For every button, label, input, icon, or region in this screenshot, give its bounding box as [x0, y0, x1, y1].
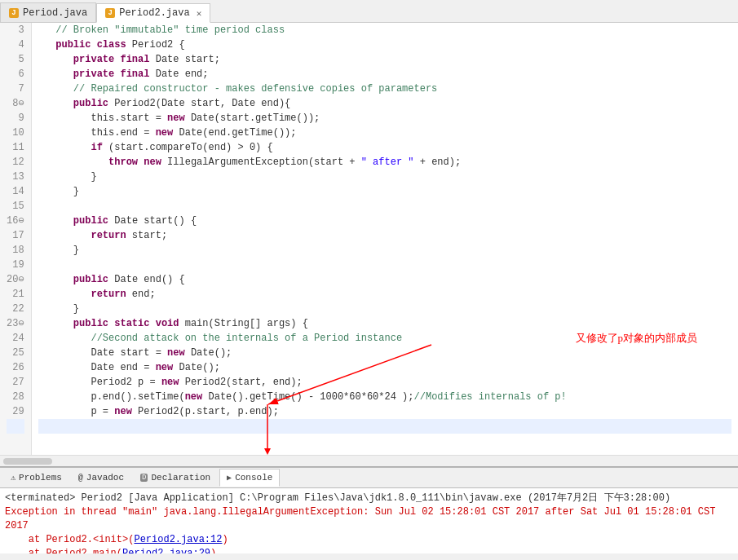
code-line-7: // Repaired constructor - makes defensiv…: [38, 82, 731, 96]
annotation-text: 又修改了p对象的内部成员: [576, 331, 698, 346]
code-line-28: p.end().setTime(new Date().getTime() - 1…: [38, 390, 731, 404]
javadoc-label: Javadoc: [86, 473, 124, 483]
console-label: Console: [235, 473, 272, 483]
console-area: <terminated> Period2 [Java Application] …: [0, 488, 738, 553]
bottom-panel: ⚠ Problems @ Javadoc D Declaration ▶ Con…: [0, 466, 738, 553]
horizontal-scrollbar[interactable]: [0, 455, 738, 466]
tab-javadoc[interactable]: @ Javadoc: [71, 469, 131, 487]
console-terminated: <terminated> Period2 [Java Application] …: [5, 492, 733, 505]
tab-problems[interactable]: ⚠ Problems: [3, 469, 69, 487]
tab-period2-java[interactable]: J Period2.java ✕: [96, 3, 210, 23]
code-line-31: [38, 434, 731, 448]
code-line-25: Date start = new Date();: [38, 346, 731, 360]
code-line-22: }: [38, 302, 731, 316]
code-line-26: Date end = new Date();: [38, 360, 731, 375]
editor-area: 3 4 5 6 7 8⊖ 9 10 11 12 13 14 15 16⊖ 17 …: [0, 23, 738, 455]
code-line-15: [38, 199, 731, 214]
code-line-10: this.end = new Date(end.getTime());: [38, 126, 731, 140]
problems-icon: ⚠: [11, 473, 15, 483]
code-line-9: this.start = new Date(start.getTime());: [38, 111, 731, 126]
code-line-12: throw new IllegalArgumentException(start…: [38, 155, 731, 170]
code-line-11: if (start.compareTo(end) > 0) {: [38, 140, 731, 155]
code-line-20: public Date end() {: [38, 272, 731, 287]
tab-close-icon[interactable]: ✕: [197, 8, 202, 19]
code-line-16: public Date start() {: [38, 214, 731, 228]
tab-console[interactable]: ▶ Console: [219, 469, 280, 487]
console-error-3: at Period2.main(Period2.java:29): [5, 547, 733, 553]
console-error-1: Exception in thread "main" java.lang.Ill…: [5, 505, 733, 533]
tab-label-2: Period2.java: [119, 7, 189, 19]
problems-label: Problems: [19, 473, 62, 483]
tab-icon-1: J: [9, 8, 19, 18]
code-line-3: // Broken "immutable" time period class: [38, 23, 731, 37]
code-content[interactable]: // Broken "immutable" time period class …: [32, 23, 738, 455]
console-link-2[interactable]: Period2.java:29: [122, 548, 210, 553]
scrollbar-thumb[interactable]: [3, 458, 52, 465]
tab-declaration[interactable]: D Declaration: [133, 469, 218, 487]
console-icon: ▶: [227, 473, 232, 483]
code-line-23: public static void main(String[] args) {: [38, 316, 731, 331]
code-line-21: return end;: [38, 287, 731, 302]
code-line-27: Period2 p = new Period2(start, end);: [38, 375, 731, 390]
code-line-18: }: [38, 243, 731, 258]
declaration-label: Declaration: [151, 473, 210, 483]
tab-icon-2: J: [105, 8, 115, 18]
console-error-2: at Period2.<init>(Period2.java:12): [5, 533, 733, 547]
declaration-icon: D: [140, 474, 148, 482]
code-line-6: private final Date end;: [38, 67, 731, 82]
code-line-32: [38, 448, 731, 455]
code-line-30: [38, 419, 731, 434]
console-link-1[interactable]: Period2.java:12: [134, 534, 222, 545]
code-line-17: return start;: [38, 228, 731, 243]
tab-bar: J Period.java J Period2.java ✕: [0, 0, 738, 23]
tab-label-1: Period.java: [23, 7, 87, 19]
panel-tab-bar: ⚠ Problems @ Javadoc D Declaration ▶ Con…: [0, 467, 738, 488]
code-line-29: p = new Period2(p.start, p.end);: [38, 404, 731, 419]
code-line-5: private final Date start;: [38, 52, 731, 67]
javadoc-icon: @: [78, 474, 83, 483]
line-numbers: 3 4 5 6 7 8⊖ 9 10 11 12 13 14 15 16⊖ 17 …: [0, 23, 32, 455]
code-line-4: public class Period2 {: [38, 37, 731, 52]
tab-period-java[interactable]: J Period.java: [0, 2, 96, 22]
code-line-13: }: [38, 170, 731, 184]
app-container: J Period.java J Period2.java ✕ 3 4 5 6 7…: [0, 0, 738, 560]
code-line-19: [38, 258, 731, 272]
code-line-8: public Period2(Date start, Date end){: [38, 96, 731, 111]
code-line-14: }: [38, 184, 731, 199]
